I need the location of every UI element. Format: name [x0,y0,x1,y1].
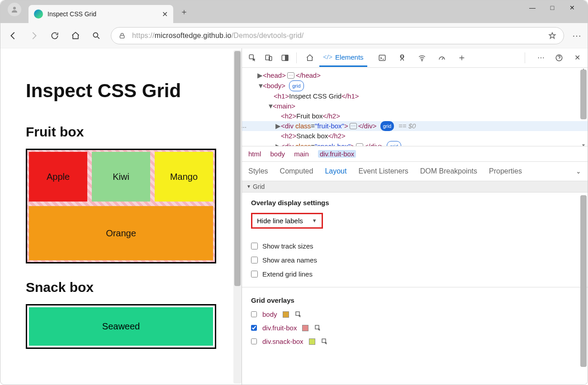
search-button[interactable] [90,29,103,42]
overlay-row-snack-box: div.snack-box [251,338,579,346]
console-icon[interactable] [376,52,388,64]
welcome-tab[interactable] [302,49,318,66]
overlay-body-checkbox[interactable] [251,311,257,317]
cell-orange: Orange [29,206,213,260]
tab-title: Inspect CSS Grid [47,10,157,18]
snack-box-grid: Seaweed [26,304,216,349]
overlay-fruit-box-swatch[interactable] [302,325,308,331]
scroll-down-icon[interactable]: ▼ [581,143,586,146]
page-scrollbar[interactable] [233,50,242,384]
crumb-fruit-box[interactable]: div.fruit-box [318,150,356,158]
favorite-icon[interactable] [548,32,556,40]
subtab-styles[interactable]: Styles [248,163,268,180]
show-area-names-label: Show area names [262,256,317,264]
dom-scrollbar[interactable] [580,70,587,119]
svg-point-10 [422,60,422,61]
url-text: https://microsoftedge.github.io/Demos/de… [132,32,303,40]
browser-menu-button[interactable]: ⋯ [572,30,581,41]
subtab-event-listeners[interactable]: Event Listeners [358,163,408,180]
highlight-icon[interactable] [314,324,322,332]
layout-scrollbar[interactable] [580,195,587,367]
crumb-main[interactable]: main [294,150,309,158]
window-title-bar: Inspect CSS Grid ✕ ＋ ― □ ✕ [0,0,588,23]
crumb-body[interactable]: body [270,150,285,158]
subtab-dom-breakpoints[interactable]: DOM Breakpoints [420,163,477,180]
help-icon[interactable] [553,52,565,64]
more-tools-icon[interactable] [456,52,468,64]
fruit-box-grid: Apple Kiwi Mango Orange [26,149,216,263]
profile-icon[interactable] [8,3,21,16]
svg-rect-7 [285,55,288,61]
svg-rect-2 [120,35,124,38]
devtools-panel: </>Elements ⋯ ✕ ▶<head>⋯</head> ▼<body> … [242,48,588,385]
overlay-row-body: body [251,310,579,319]
device-toolbar-icon[interactable] [263,52,275,64]
minimize-button[interactable]: ― [528,4,537,11]
cell-apple: Apple [29,152,87,202]
network-icon[interactable] [416,52,428,64]
close-window-button[interactable]: ✕ [568,4,577,11]
browser-tab[interactable]: Inspect CSS Grid ✕ [28,5,173,23]
lock-icon [119,32,126,39]
svg-point-1 [93,33,98,37]
grid-section-header[interactable]: ▼Grid [242,181,588,192]
forward-button [28,29,40,42]
overlay-snack-box-checkbox[interactable] [251,338,257,344]
styles-subtabs: Styles Computed Layout Event Listeners D… [242,162,588,181]
new-tab-button[interactable]: ＋ [177,5,191,19]
layout-panel: Overlay display settings Hide line label… [242,192,588,385]
dom-breadcrumb[interactable]: html body main div.fruit-box [242,146,588,162]
extend-grid-lines-checkbox[interactable] [251,271,258,277]
subtabs-expand-icon[interactable]: ⌄ [576,168,581,175]
subtab-layout[interactable]: Layout [325,163,346,180]
edge-favicon-icon [34,9,43,19]
show-track-sizes-checkbox[interactable] [251,243,258,249]
inspect-element-icon[interactable] [247,52,258,64]
svg-rect-8 [379,55,385,61]
overlay-settings-title: Overlay display settings [251,199,579,207]
back-button[interactable] [7,29,19,42]
browser-toolbar: https://microsoftedge.github.io/Demos/de… [0,23,588,48]
crumb-html[interactable]: html [248,150,261,158]
maximize-button[interactable]: □ [548,4,557,11]
subtab-properties[interactable]: Properties [489,163,522,180]
show-area-names-checkbox[interactable] [251,257,258,263]
highlight-icon[interactable] [294,310,303,319]
cell-seaweed: Seaweed [29,307,213,346]
devtools-top-bar: </>Elements ⋯ ✕ [242,48,588,68]
page-viewport: Inspect CSS Grid Fruit box Apple Kiwi Ma… [0,48,242,385]
sources-icon[interactable] [396,52,408,64]
tab-close-icon[interactable]: ✕ [162,10,168,19]
close-devtools-icon[interactable]: ✕ [571,52,583,64]
overlay-row-fruit-box: div.fruit-box [251,324,579,332]
cell-kiwi: Kiwi [92,152,150,202]
performance-icon[interactable] [436,52,448,64]
overlay-fruit-box-checkbox[interactable] [251,325,257,331]
show-track-sizes-label: Show track sizes [262,242,313,250]
window-controls: ― □ ✕ [528,0,588,11]
overlay-snack-box-swatch[interactable] [309,338,315,345]
snack-box-heading: Snack box [26,280,216,295]
home-button[interactable] [69,29,82,42]
cell-mango: Mango [155,152,213,202]
address-bar[interactable]: https://microsoftedge.github.io/Demos/de… [111,27,564,44]
elements-tab[interactable]: </>Elements [319,49,367,67]
overlay-body-swatch[interactable] [283,311,289,318]
devtools-menu-icon[interactable]: ⋯ [535,52,547,64]
dock-side-icon[interactable] [279,52,291,64]
svg-point-0 [13,7,16,9]
highlight-icon[interactable] [321,338,329,346]
dom-tree[interactable]: ▶<head>⋯</head> ▼<body> grid <h1>Inspect… [242,68,588,146]
extend-grid-lines-label: Extend grid lines [262,270,313,278]
grid-overlays-title: Grid overlays [251,296,579,304]
reload-button[interactable] [48,29,61,42]
line-labels-select[interactable]: Hide line labels▼ [251,213,323,229]
fruit-box-heading: Fruit box [26,124,216,140]
page-title: Inspect CSS Grid [26,80,216,102]
subtab-computed[interactable]: Computed [280,163,313,180]
